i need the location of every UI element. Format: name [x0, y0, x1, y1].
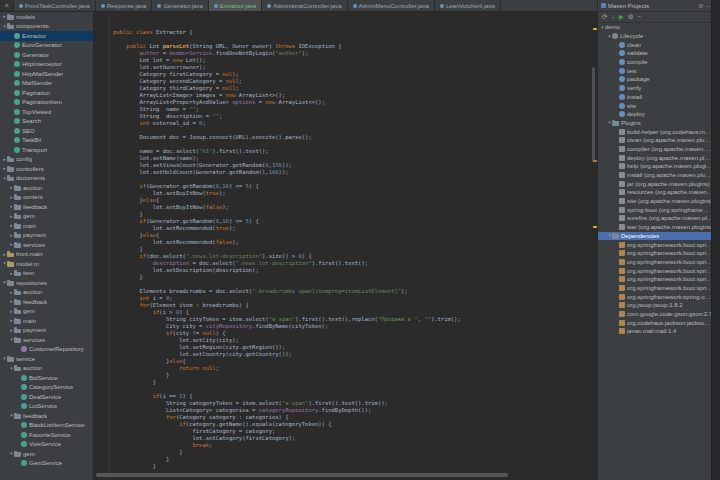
download-sources-icon[interactable]: ↓ — [611, 12, 614, 22]
maven-tree-item[interactable]: ▾Plugins — [598, 119, 713, 128]
code-line[interactable]: lot.setViewsCount(Generator.getRandom(0,… — [113, 162, 461, 169]
code-line[interactable]: int i = 0; — [113, 295, 461, 302]
project-tree-item[interactable]: Extractor — [0, 31, 93, 41]
run-maven-goal-icon[interactable]: ▶ — [619, 12, 624, 22]
maven-tree-item[interactable]: site (org.apache.maven.plugins) — [598, 197, 713, 206]
project-tree-item[interactable]: FavoriteService — [0, 430, 93, 440]
maven-tree-item[interactable]: org.springframework.boot:spring-boot-sta… — [598, 275, 713, 284]
maven-tree-item[interactable]: surefire (org.apache.maven.plugins) — [598, 214, 713, 223]
code-line[interactable]: String categoryToken = item.select("a sp… — [113, 400, 461, 407]
maven-tree-item[interactable]: deploy — [598, 110, 713, 119]
project-tree-item[interactable]: ▾documents — [0, 174, 93, 184]
code-line[interactable]: } — [113, 246, 461, 253]
code-line[interactable]: description = doc.select(".news.lot-desc… — [113, 260, 461, 267]
code-line[interactable] — [113, 281, 461, 288]
code-line[interactable]: if(city != null) { — [113, 330, 461, 337]
maven-tree-item[interactable]: clean (org.apache.maven.plugins) — [598, 136, 713, 145]
code-line[interactable]: }else{ — [113, 232, 461, 239]
code-line[interactable]: Category thirdCategory = null; — [113, 85, 461, 92]
editor-tab[interactable]: AdministratController.java — [262, 0, 347, 11]
code-line[interactable]: author = memberService.findOneNotByLogin… — [113, 50, 461, 57]
scrollbar-thumb[interactable] — [96, 473, 508, 477]
project-tree-item[interactable]: ▸content — [0, 193, 93, 203]
maven-tree-item[interactable]: org.springframework:spring-context-suppo… — [598, 292, 713, 301]
project-tree-item[interactable]: ▸services — [0, 240, 93, 250]
project-tool-window[interactable]: ▸models▾componentsExtractorEuroGenerator… — [0, 12, 94, 480]
code-line[interactable]: String description = ""; — [113, 113, 461, 120]
code-line[interactable]: } — [113, 274, 461, 281]
project-tree-item[interactable]: ▸feedback — [0, 297, 93, 307]
code-line[interactable] — [113, 141, 461, 148]
code-line[interactable]: if(Generator.getRandom(0,10) <= 5) { — [113, 183, 461, 190]
code-line[interactable]: } — [113, 379, 461, 386]
editor-tab[interactable]: Response.java — [96, 0, 153, 11]
code-line[interactable] — [113, 176, 461, 183]
code-line[interactable]: int external_id = 0; — [113, 120, 461, 127]
project-tree-item[interactable]: ▸payment — [0, 326, 93, 336]
maven-tree-item[interactable]: install (org.apache.maven.plugins) — [598, 171, 713, 180]
project-tree-item[interactable]: HttpMailSender — [0, 69, 93, 79]
project-tree-item[interactable]: ▸main — [0, 221, 93, 231]
code-line[interactable] — [113, 127, 461, 134]
code-line[interactable]: lot.setDescription(description); — [113, 267, 461, 274]
project-tree-item[interactable]: ▾repositories — [0, 278, 93, 288]
editor-tab[interactable]: AdminMenuController.java — [348, 0, 435, 11]
maven-tree-item[interactable]: com.google.code.gson:gson:2.7 — [598, 310, 713, 319]
maven-tree-item[interactable]: validate — [598, 49, 713, 58]
maven-tree-item[interactable]: test — [598, 66, 713, 75]
code-line[interactable]: lot.setRecommended(true); — [113, 225, 461, 232]
code-line[interactable]: if(doc.select(".news.lot-description").s… — [113, 253, 461, 260]
project-tree-item[interactable]: ▸controllers — [0, 164, 93, 174]
project-tree-item[interactable]: ▸config — [0, 155, 93, 165]
code-line[interactable]: }else{ — [113, 197, 461, 204]
code-line[interactable]: for(Category category : categories) { — [113, 414, 461, 421]
maven-tree-item[interactable]: package — [598, 75, 713, 84]
editor-tab[interactable]: Extractor.java — [209, 0, 262, 11]
code-line[interactable]: public class Extractor { — [113, 29, 461, 36]
project-tree-item[interactable]: ▾services — [0, 335, 93, 345]
project-tree-item[interactable]: ▸auction — [0, 288, 93, 298]
maven-tree-item[interactable]: ▾Lifecycle — [598, 32, 713, 41]
maven-tree-item[interactable]: help (org.apache.maven.plugins) — [598, 162, 713, 171]
maven-tree-item[interactable]: build-helper (org.codehaus.mojo) — [598, 127, 713, 136]
menu-icon[interactable]: ≡ — [0, 0, 14, 11]
code-line[interactable]: if(i > 0) { — [113, 309, 461, 316]
project-tree-item[interactable]: ▾model.m — [0, 259, 93, 269]
project-tree-item[interactable]: ▸gem — [0, 307, 93, 317]
code-line[interactable]: lot.setCategory(firstCategory); — [113, 435, 461, 442]
project-tree-item[interactable]: VoteService — [0, 440, 93, 450]
code-line[interactable]: Document doc = Jsoup.connect(URL).execut… — [113, 134, 461, 141]
project-tree-item[interactable]: ▸front.main — [0, 250, 93, 260]
maven-tree-item[interactable]: org.springframework.boot:spring-boot-sta… — [598, 266, 713, 275]
maven-tree-item[interactable]: war (org.apache.maven.plugins) — [598, 223, 713, 232]
code-line[interactable]: if(Generator.getRandom(0,10) <= 5) { — [113, 218, 461, 225]
gear-icon[interactable]: ⚙ — [698, 3, 703, 9]
project-tree-item[interactable]: ▸feedback — [0, 202, 93, 212]
code-line[interactable]: lot.setRegion(city.getRegion()); — [113, 344, 461, 351]
editor-horizontal-scrollbar[interactable] — [94, 473, 597, 477]
project-tree-item[interactable]: ▾service — [0, 354, 93, 364]
hide-panel-icon[interactable]: ─ — [706, 3, 710, 9]
project-tree-item[interactable]: Transport — [0, 145, 93, 155]
project-tree-item[interactable]: EuroGenerator — [0, 41, 93, 51]
project-tree-item[interactable]: BlackListItemService — [0, 421, 93, 431]
project-tree-item[interactable]: Search — [0, 117, 93, 127]
project-tree-item[interactable]: ▾feedback — [0, 411, 93, 421]
maven-tree-item[interactable]: javax.mail:mail:1.4 — [598, 327, 713, 336]
maven-tree-item[interactable]: install — [598, 93, 713, 102]
project-tree-item[interactable]: ▸auction — [0, 183, 93, 193]
project-tree-item[interactable]: CustomerRepository — [0, 345, 93, 355]
code-line[interactable]: Category firstCategory = null; — [113, 71, 461, 78]
code-line[interactable]: lot.setBuyItNow(true); — [113, 190, 461, 197]
code-line[interactable]: lot.setOwner(owner); — [113, 64, 461, 71]
code-line[interactable] — [113, 386, 461, 393]
code-area[interactable]: public class Extractor { public Lot pars… — [113, 29, 461, 470]
code-line[interactable]: for(Element item : breadcrumbs) { — [113, 302, 461, 309]
code-line[interactable]: firstCategory = category; — [113, 428, 461, 435]
editor-tab[interactable]: LeanVotcheril.java — [435, 0, 501, 11]
project-tree-item[interactable]: CategoryService — [0, 383, 93, 393]
maven-tree-item[interactable]: site — [598, 101, 713, 110]
code-line[interactable]: ArrayList<PropertyAndValue> options = ne… — [113, 99, 461, 106]
code-line[interactable]: Category secondCategory = null; — [113, 78, 461, 85]
code-line[interactable]: List<Category> categories = categoryRepo… — [113, 407, 461, 414]
